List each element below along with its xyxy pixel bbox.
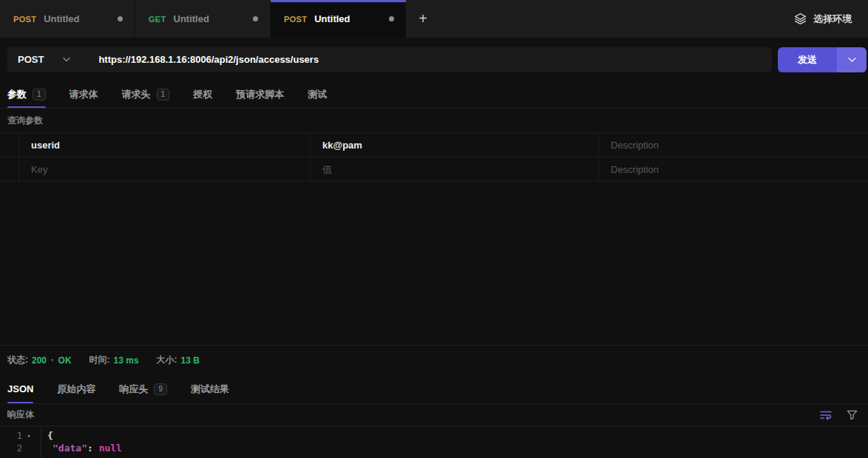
unsaved-dot-icon (118, 16, 123, 21)
time-value: 13 ms (114, 355, 139, 366)
response-tabs: JSON 原始内容 响应头 9 测试结果 (0, 375, 868, 404)
param-key-input[interactable] (19, 140, 310, 151)
tab-tests[interactable]: 测试 (308, 81, 327, 108)
api-client-window: POST Untitled GET Untitled POST Untitled… (0, 0, 868, 458)
tab-label: 请求头 (122, 88, 151, 101)
tab-response-headers[interactable]: 响应头 9 (119, 375, 167, 403)
request-tabs: 参数 1 请求体 请求头 1 授权 预请求脚本 测试 (0, 81, 868, 109)
tab-label: 授权 (193, 88, 212, 101)
tab-body[interactable]: 请求体 (69, 81, 98, 108)
separator-dot: • (51, 356, 54, 364)
tab-label: 预请求脚本 (236, 88, 284, 101)
environment-label: 选择环境 (813, 13, 852, 26)
unsaved-dot-icon (253, 16, 258, 21)
params-table (0, 133, 868, 182)
size-value: 13 B (181, 355, 200, 366)
tab-bar: POST Untitled GET Untitled POST Untitled… (0, 0, 868, 38)
tab-test-results[interactable]: 测试结果 (191, 375, 229, 403)
tab-label: 原始内容 (57, 383, 95, 396)
chevron-down-icon (848, 57, 856, 63)
tab-auth[interactable]: 授权 (193, 81, 212, 108)
request-tab-2[interactable]: GET Untitled (135, 0, 271, 38)
new-tab-button[interactable]: + (406, 0, 440, 38)
param-value-input[interactable] (311, 164, 598, 175)
tab-title: Untitled (314, 13, 350, 24)
tab-label: 参数 (7, 88, 27, 101)
count-badge: 1 (157, 89, 170, 100)
tab-label: 测试 (308, 88, 327, 101)
row-handle[interactable] (0, 133, 19, 157)
fold-arrow-icon[interactable]: ▾ (22, 432, 35, 440)
url-field: POST (7, 47, 772, 72)
empty-area (0, 182, 868, 345)
tab-params[interactable]: 参数 1 (7, 81, 46, 108)
send-options-button[interactable] (837, 47, 867, 72)
size-label: 大小: (157, 354, 177, 366)
count-badge: 1 (33, 89, 46, 100)
environment-selector[interactable]: 选择环境 (794, 0, 868, 38)
tab-headers[interactable]: 请求头 1 (122, 81, 170, 108)
method-select-value: POST (18, 54, 44, 65)
method-badge: GET (149, 15, 166, 24)
status-label: 状态: (7, 354, 28, 366)
row-handle[interactable] (0, 157, 19, 181)
json-key-token: "data" (52, 442, 87, 454)
method-badge: POST (13, 15, 36, 24)
tab-label: JSON (7, 383, 33, 394)
json-null-token: null (99, 442, 122, 454)
tab-json[interactable]: JSON (7, 375, 33, 403)
response-body-heading: 响应体 (0, 404, 868, 426)
code-line: 1 ▾ { (0, 429, 868, 442)
tab-raw[interactable]: 原始内容 (57, 375, 95, 403)
request-url-row: POST 发送 (0, 38, 868, 81)
code-text: { (41, 430, 53, 441)
request-tab-1[interactable]: POST Untitled (0, 0, 135, 38)
funnel-icon (847, 409, 858, 420)
send-button[interactable]: 发送 (778, 47, 837, 72)
unsaved-dot-icon (389, 16, 394, 21)
count-badge: 9 (154, 383, 167, 395)
section-label: 查询参数 (7, 115, 43, 127)
chevron-down-icon (63, 57, 70, 62)
tab-label: 测试结果 (191, 383, 229, 396)
section-label: 响应体 (7, 409, 34, 421)
word-wrap-button[interactable] (820, 410, 832, 420)
filter-button[interactable] (847, 409, 858, 420)
table-row (0, 157, 868, 182)
tab-title: Untitled (174, 13, 209, 24)
param-value-input[interactable] (311, 140, 598, 151)
code-line: 2 "data": null (0, 442, 868, 454)
status-text: OK (58, 355, 72, 366)
status-code: 200 (32, 355, 47, 366)
request-tab-3-active[interactable]: POST Untitled (271, 0, 406, 38)
tab-label: 请求体 (69, 88, 98, 101)
method-badge: POST (284, 15, 307, 24)
param-key-input[interactable] (19, 164, 310, 175)
time-label: 时间: (89, 354, 110, 366)
url-input[interactable] (85, 47, 772, 72)
response-status-bar: 状态: 200 • OK 时间: 13 ms 大小: 13 B (0, 345, 868, 375)
param-description-input[interactable] (599, 140, 868, 151)
send-button-group: 发送 (778, 47, 867, 72)
tab-pre-request-script[interactable]: 预请求脚本 (236, 81, 284, 108)
param-description-input[interactable] (599, 164, 868, 175)
query-params-heading: 查询参数 (0, 109, 868, 133)
method-select[interactable]: POST (7, 47, 85, 72)
word-wrap-icon (820, 410, 832, 420)
tab-title: Untitled (44, 13, 79, 24)
code-text: "data": null (41, 442, 122, 454)
table-row (0, 133, 868, 157)
line-number: 1 (0, 431, 22, 441)
line-number: 2 (0, 443, 22, 454)
response-code-viewer[interactable]: 1 ▾ { 2 "data": null (0, 426, 868, 458)
json-colon-token: : (87, 442, 99, 454)
tab-label: 响应头 (119, 383, 148, 396)
layers-icon (794, 13, 807, 25)
